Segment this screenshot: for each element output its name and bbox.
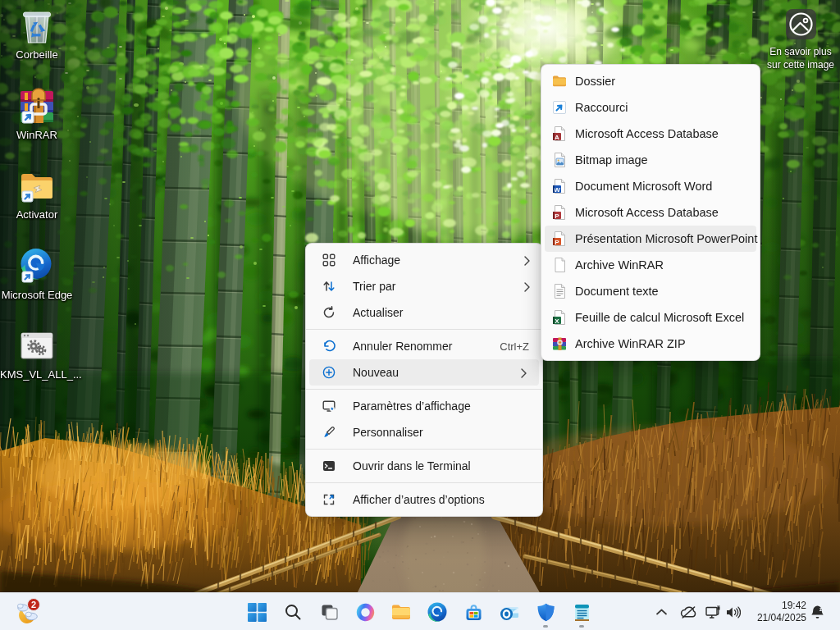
svg-text:A: A (555, 134, 559, 141)
svg-text:W: W (554, 186, 560, 194)
svg-text:z: z (819, 605, 823, 613)
svg-text:X: X (555, 317, 559, 325)
svg-text:P: P (555, 212, 559, 220)
svg-text:P: P (555, 239, 559, 246)
